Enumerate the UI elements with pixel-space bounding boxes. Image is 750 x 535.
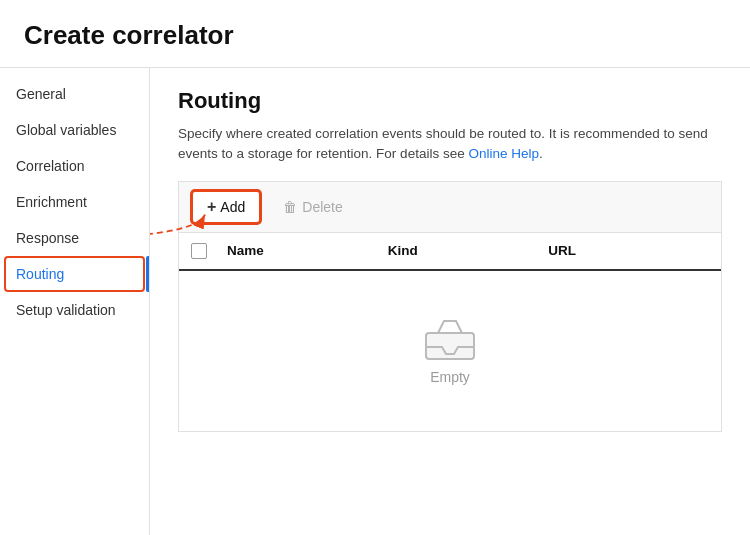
sidebar-item-routing[interactable]: Routing	[0, 256, 149, 292]
sidebar-item-correlation[interactable]: Correlation	[0, 148, 149, 184]
sidebar-item-enrichment[interactable]: Enrichment	[0, 184, 149, 220]
main-layout: General Global variables Correlation Enr…	[0, 68, 750, 535]
add-button[interactable]: + Add	[191, 190, 261, 224]
table-header-url: URL	[548, 243, 709, 259]
header-checkbox[interactable]	[191, 243, 207, 259]
page-header: Create correlator	[0, 0, 750, 68]
table-header-kind: Kind	[388, 243, 549, 259]
table-header-name: Name	[227, 243, 388, 259]
empty-icon	[424, 317, 476, 361]
empty-state: Empty	[392, 285, 508, 417]
sidebar-item-response[interactable]: Response	[0, 220, 149, 256]
table-header-checkbox-col	[191, 243, 227, 259]
section-title: Routing	[178, 88, 722, 114]
page-title: Create correlator	[24, 20, 726, 51]
table-body: Empty	[179, 271, 721, 431]
table-header: Name Kind URL	[179, 233, 721, 271]
trash-icon: 🗑	[283, 199, 297, 215]
plus-icon: +	[207, 198, 216, 216]
toolbar: + Add 🗑 Delete	[178, 181, 722, 232]
routing-table: Name Kind URL Empty	[178, 232, 722, 432]
delete-button[interactable]: 🗑 Delete	[269, 193, 356, 221]
sidebar-item-setup-validation[interactable]: Setup validation	[0, 292, 149, 328]
online-help-link[interactable]: Online Help	[468, 146, 539, 161]
empty-label: Empty	[430, 369, 470, 385]
sidebar: General Global variables Correlation Enr…	[0, 68, 150, 535]
sidebar-item-global-variables[interactable]: Global variables	[0, 112, 149, 148]
sidebar-item-general[interactable]: General	[0, 76, 149, 112]
content-area: Routing Specify where created correlatio…	[150, 68, 750, 535]
section-description: Specify where created correlation events…	[178, 124, 722, 165]
